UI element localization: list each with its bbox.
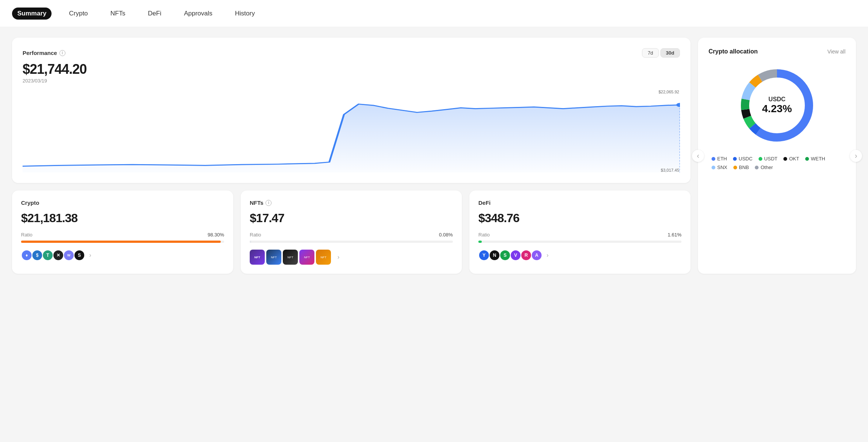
nav-approvals[interactable]: Approvals bbox=[179, 8, 218, 20]
performance-info-icon[interactable]: i bbox=[59, 50, 65, 56]
legend-dot-weth bbox=[805, 157, 809, 161]
allocation-prev-button[interactable]: ‹ bbox=[692, 150, 704, 162]
nfts-card-title: NFTs i bbox=[250, 200, 453, 206]
defi-ratio-row: Ratio 1.61% bbox=[478, 232, 681, 238]
crypto-ratio-row: Ratio 98.30% bbox=[21, 232, 224, 238]
legend-label-snx: SNX bbox=[717, 165, 727, 170]
defi-icon-4: V bbox=[510, 250, 521, 261]
performance-chart: $22,065.92 $3,017.45 bbox=[23, 90, 680, 172]
legend-dot-bnb bbox=[733, 166, 737, 169]
main-content: Performance i 7d 30d $21,744.20 2023/03/… bbox=[0, 27, 868, 284]
nfts-ratio-bar-fill bbox=[250, 241, 251, 243]
defi-icon-6: A bbox=[531, 250, 542, 261]
defi-icon-2: N bbox=[489, 250, 500, 261]
usdc-icon: $ bbox=[32, 250, 43, 261]
nfts-more-button[interactable]: › bbox=[334, 253, 343, 262]
eth-icon: ♦ bbox=[21, 250, 32, 261]
time-buttons: 7d 30d bbox=[642, 48, 680, 58]
legend-dot-snx bbox=[712, 166, 715, 169]
crypto-ratio-pct: 98.30% bbox=[208, 232, 224, 238]
allocation-title: Crypto allocation bbox=[709, 48, 758, 55]
nfts-ratio-bar-bg bbox=[250, 241, 453, 243]
legend-item-okt: OKT bbox=[783, 156, 799, 162]
defi-ratio-label: Ratio bbox=[478, 232, 490, 238]
defi-card: DeFi $348.76 Ratio 1.61% Y N S V R A › bbox=[469, 191, 690, 274]
crypto-card-amount: $21,181.38 bbox=[21, 211, 224, 225]
nfts-card-amount: $17.47 bbox=[250, 211, 453, 225]
donut-center-pct: 4.23% bbox=[762, 103, 792, 115]
crypto-more-button[interactable]: › bbox=[86, 251, 95, 260]
defi-ratio-pct: 1.61% bbox=[668, 232, 681, 238]
nft-thumb-4: NFT bbox=[299, 250, 314, 265]
nft-previews: NFT NFT NFT NFT NFT › bbox=[250, 250, 453, 265]
time-7d-button[interactable]: 7d bbox=[642, 48, 659, 58]
nfts-ratio-pct: 0.08% bbox=[439, 232, 453, 238]
nav-summary[interactable]: Summary bbox=[12, 8, 52, 20]
defi-card-title: DeFi bbox=[478, 200, 681, 206]
crypto-ratio-bar-fill bbox=[21, 241, 221, 243]
okt-icon: ✕ bbox=[53, 250, 64, 261]
nfts-info-icon[interactable]: i bbox=[266, 200, 272, 206]
legend-dot-okt bbox=[783, 157, 787, 161]
performance-amount: $21,744.20 bbox=[23, 61, 680, 77]
donut-chart: USDC 4.23% bbox=[709, 64, 845, 147]
donut-center: USDC 4.23% bbox=[762, 96, 792, 115]
legend-item-usdt: USDT bbox=[759, 156, 777, 162]
legend-item-usdc: USDC bbox=[733, 156, 753, 162]
nav-history[interactable]: History bbox=[230, 8, 260, 20]
legend-dot-other bbox=[755, 166, 759, 169]
time-30d-button[interactable]: 30d bbox=[660, 48, 680, 58]
allocation-header: Crypto allocation View all bbox=[709, 48, 845, 55]
bottom-row: Crypto $21,181.38 Ratio 98.30% ♦ $ T ✕ W… bbox=[12, 191, 690, 274]
legend-dot-usdt bbox=[759, 157, 762, 161]
usdt-icon: T bbox=[42, 250, 53, 261]
nft-thumb-3: NFT bbox=[283, 250, 298, 265]
allocation-card: Crypto allocation View all ‹ bbox=[698, 38, 856, 274]
nft-thumb-2: NFT bbox=[266, 250, 281, 265]
defi-icon-5: R bbox=[520, 250, 532, 261]
defi-ratio-bar-fill bbox=[478, 241, 482, 243]
performance-date: 2023/03/19 bbox=[23, 78, 680, 84]
chart-svg bbox=[23, 90, 680, 172]
defi-token-icons: Y N S V R A › bbox=[478, 250, 681, 261]
crypto-card-title: Crypto bbox=[21, 200, 224, 206]
legend-item-snx: SNX bbox=[712, 165, 727, 170]
defi-ratio-bar-bg bbox=[478, 241, 681, 243]
defi-more-button[interactable]: › bbox=[543, 251, 552, 260]
performance-header: Performance i 7d 30d bbox=[23, 48, 680, 58]
donut-center-label: USDC bbox=[762, 96, 792, 103]
snx-icon: S bbox=[74, 250, 85, 261]
legend-label-other: Other bbox=[760, 165, 773, 170]
nft-thumb-1: NFT bbox=[250, 250, 265, 265]
nav-crypto[interactable]: Crypto bbox=[64, 8, 93, 20]
nfts-ratio-row: Ratio 0.08% bbox=[250, 232, 453, 238]
performance-card: Performance i 7d 30d $21,744.20 2023/03/… bbox=[12, 38, 690, 183]
legend-label-weth: WETH bbox=[811, 156, 825, 162]
performance-title-text: Performance bbox=[23, 50, 57, 56]
weth-icon: W bbox=[63, 250, 74, 261]
allocation-legend: ETHUSDCUSDTOKTWETHSNXBNBOther bbox=[709, 156, 845, 170]
legend-label-okt: OKT bbox=[789, 156, 799, 162]
nav-nfts[interactable]: NFTs bbox=[105, 8, 131, 20]
navigation: Summary Crypto NFTs DeFi Approvals Histo… bbox=[0, 0, 868, 27]
view-all-button[interactable]: View all bbox=[827, 49, 845, 55]
chart-min-label: $3,017.45 bbox=[661, 168, 679, 172]
legend-dot-usdc bbox=[733, 157, 737, 161]
crypto-ratio-label: Ratio bbox=[21, 232, 32, 238]
legend-dot-eth bbox=[712, 157, 715, 161]
chart-max-label: $22,065.92 bbox=[659, 90, 679, 94]
legend-item-bnb: BNB bbox=[733, 165, 749, 170]
nfts-card: NFTs i $17.47 Ratio 0.08% NFT NFT NFT NF… bbox=[241, 191, 462, 274]
allocation-next-button[interactable]: › bbox=[850, 150, 862, 162]
legend-item-eth: ETH bbox=[712, 156, 727, 162]
legend-item-other: Other bbox=[755, 165, 773, 170]
nav-defi[interactable]: DeFi bbox=[143, 8, 167, 20]
defi-icon-3: S bbox=[499, 250, 511, 261]
crypto-ratio-bar-bg bbox=[21, 241, 224, 243]
performance-title: Performance i bbox=[23, 50, 65, 56]
legend-item-weth: WETH bbox=[805, 156, 825, 162]
legend-label-eth: ETH bbox=[717, 156, 727, 162]
nfts-ratio-label: Ratio bbox=[250, 232, 261, 238]
legend-label-usdt: USDT bbox=[764, 156, 777, 162]
nft-thumb-5: NFT bbox=[316, 250, 331, 265]
